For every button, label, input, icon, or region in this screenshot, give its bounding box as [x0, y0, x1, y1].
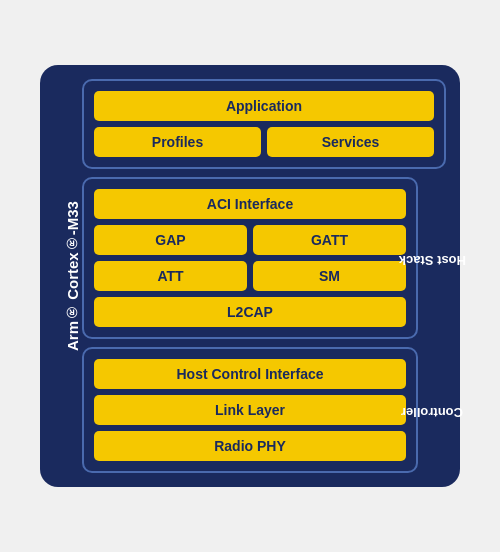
host-stack-label: Host Stack [351, 244, 500, 272]
att-box: ATT [94, 261, 247, 291]
services-box: Services [267, 127, 434, 157]
profiles-services-row: Profiles Services [94, 127, 434, 157]
main-content: Application Profiles Services ACI Interf… [82, 79, 446, 473]
l2cap-box: L2CAP [94, 297, 406, 327]
application-box: Application [94, 91, 434, 121]
radio-phy-box: Radio PHY [94, 431, 406, 461]
profiles-box: Profiles [94, 127, 261, 157]
arm-cortex-label: Arm® Cortex®-M33 [54, 79, 82, 473]
controller-section: Host Control Interface Link Layer Radio … [82, 347, 446, 473]
host-control-interface-box: Host Control Interface [94, 359, 406, 389]
aci-interface-box: ACI Interface [94, 189, 406, 219]
controller-inner: Host Control Interface Link Layer Radio … [82, 347, 418, 473]
host-stack-section: ACI Interface GAP GATT ATT SM L2CAP Host… [82, 177, 446, 339]
outer-container: Arm® Cortex®-M33 Application Profiles Se… [40, 65, 460, 487]
gap-box: GAP [94, 225, 247, 255]
application-section: Application Profiles Services [82, 79, 446, 169]
link-layer-box: Link Layer [94, 395, 406, 425]
controller-label: Controller [369, 396, 495, 424]
